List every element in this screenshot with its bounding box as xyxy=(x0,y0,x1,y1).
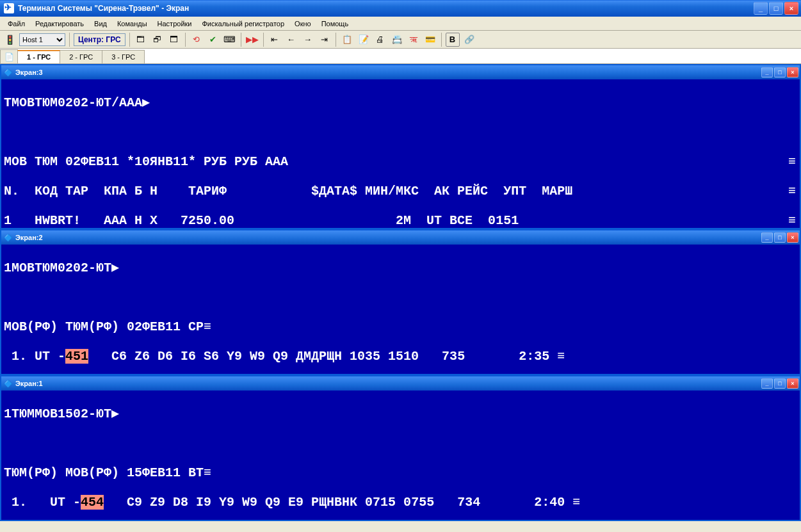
screen-1-minimize[interactable]: _ xyxy=(761,378,773,389)
screen-3-title: Экран:3 xyxy=(15,69,761,76)
screen-1-title: Экран:1 xyxy=(15,380,761,387)
toolbar-btn-3[interactable]: 🗖 xyxy=(167,33,181,47)
menu-bar: Файл Редактировать Вид Команды Настройки… xyxy=(0,17,801,31)
screen-1-panel: 🔷 Экран:1 _ □ × 1ТЮММОВ1502-ЮТ▶ ТЮМ(РФ) … xyxy=(0,375,801,521)
toolbar-btn-f[interactable]: 💳 xyxy=(423,33,437,47)
nav-last-button[interactable]: ⇥ xyxy=(318,33,332,47)
tab-2-grs[interactable]: 2 - ГРС xyxy=(60,50,102,63)
screen-3-minimize[interactable]: _ xyxy=(761,67,773,77)
toolbar-btn-5[interactable]: ✔ xyxy=(206,33,220,47)
window-title: Терминал Системы "Сирена-Трэвел" - Экран xyxy=(18,4,754,13)
flight-row: 1. UT - xyxy=(4,349,65,364)
screen-2-header: МОВ(РФ) ТЮМ(РФ) 02ФЕВ11 СР xyxy=(4,319,204,334)
tab-strip: 📄 1 - ГРС 2 - ГРС 3 - ГРС xyxy=(0,49,801,64)
flight-number-highlight: 454 xyxy=(81,495,104,510)
screen-2-panel: 🔷 Экран:2 _ □ × 1МОВТЮМ0202-ЮТ▶ МОВ(РФ) … xyxy=(0,229,801,375)
nav-next-button[interactable]: → xyxy=(301,33,315,47)
center-button[interactable]: Центр: ГРС xyxy=(74,33,125,46)
menu-commands[interactable]: Команды xyxy=(112,18,152,29)
more-icon: ≡ xyxy=(788,213,796,228)
nav-prev-button[interactable]: ← xyxy=(284,33,298,47)
toolbar-btn-g[interactable]: В xyxy=(446,33,460,47)
menu-settings[interactable]: Настройки xyxy=(152,18,197,29)
toolbar-btn-1[interactable]: 🗔 xyxy=(134,33,148,47)
screen-3-panel: 🔷 Экран:3 _ □ × ТМОВТЮМ0202-ЮТ/ААА▶ МОВ … xyxy=(0,64,801,229)
toolbar-btn-4[interactable]: ⟲ xyxy=(190,33,204,47)
tab-corner-icon[interactable]: 📄 xyxy=(0,49,18,63)
window-titlebar: Терминал Системы "Сирена-Трэвел" - Экран… xyxy=(0,0,801,17)
screen-1-terminal[interactable]: 1ТЮММОВ1502-ЮТ▶ ТЮМ(РФ) МОВ(РФ) 15ФЕВ11 … xyxy=(1,391,800,520)
toolbar-btn-e[interactable]: ऋ xyxy=(407,33,421,47)
screen-1-titlebar[interactable]: 🔷 Экран:1 _ □ × xyxy=(1,376,800,391)
screen-icon: 🔷 xyxy=(4,233,13,242)
more-icon: ≡ xyxy=(788,184,796,198)
app-icon xyxy=(4,3,14,13)
screen-3-titlebar[interactable]: 🔷 Экран:3 _ □ × xyxy=(1,65,800,79)
toolbar: 🚦 Host 1 Центр: ГРС 🗔 🗗 🗖 ⟲ ✔ ⌨ ▶▶ ⇤ ← →… xyxy=(0,31,801,49)
menu-view[interactable]: Вид xyxy=(89,18,112,29)
toolbar-btn-h[interactable]: 🔗 xyxy=(462,33,476,47)
screen-2-minimize[interactable]: _ xyxy=(761,232,773,243)
menu-file[interactable]: Файл xyxy=(3,18,30,29)
screen-3-maximize[interactable]: □ xyxy=(774,67,786,77)
screen-3-close[interactable]: × xyxy=(787,67,798,77)
more-icon: ≡ xyxy=(788,154,796,169)
cursor-icon: ▶ xyxy=(111,261,119,275)
toolbar-btn-6[interactable]: ⌨ xyxy=(223,33,237,47)
window-maximize-button[interactable]: □ xyxy=(769,2,783,15)
toolbar-btn-d[interactable]: 📇 xyxy=(390,33,404,47)
toolbar-btn-c[interactable]: 🖨 xyxy=(373,33,387,47)
window-minimize-button[interactable]: _ xyxy=(754,2,768,15)
menu-window[interactable]: Окно xyxy=(289,18,316,29)
toolbar-btn-2[interactable]: 🗗 xyxy=(150,33,165,47)
toolbar-btn-a[interactable]: 📋 xyxy=(340,33,354,47)
host-select[interactable]: Host 1 xyxy=(19,33,65,46)
screen-2-title: Экран:2 xyxy=(15,234,761,241)
window-close-button[interactable]: × xyxy=(784,2,798,15)
cursor-icon: ▶ xyxy=(111,407,119,421)
screen-1-close[interactable]: × xyxy=(787,378,798,389)
more-icon: ≡ xyxy=(557,349,565,364)
more-icon: ≡ xyxy=(204,319,211,334)
tab-3-grs[interactable]: 3 - ГРС xyxy=(102,50,145,63)
nav-first-button[interactable]: ⇤ xyxy=(268,33,282,47)
screen-3-terminal[interactable]: ТМОВТЮМ0202-ЮТ/ААА▶ МОВ ТЮМ 02ФЕВ11 *10Я… xyxy=(1,79,800,228)
cursor-icon: ▶ xyxy=(142,95,150,110)
menu-edit[interactable]: Редактировать xyxy=(30,18,89,29)
toolbar-btn-7[interactable]: ▶▶ xyxy=(245,33,259,47)
screen-3-header2: N. КОД ТАР КПА Б Н ТАРИФ $ДАТА$ МИН/МКС … xyxy=(4,184,572,198)
screen-1-header: ТЮМ(РФ) МОВ(РФ) 15ФЕВ11 ВТ xyxy=(4,465,204,480)
menu-fiscal[interactable]: Фискальный регистратор xyxy=(197,18,290,29)
screen-icon: 🔷 xyxy=(4,379,13,388)
more-icon: ≡ xyxy=(572,495,580,510)
screen-2-command: 1МОВТЮМ0202-ЮТ xyxy=(4,261,111,275)
connection-status-icon[interactable]: 🚦 xyxy=(3,33,17,47)
flight-number-highlight: 451 xyxy=(65,349,88,364)
screen-icon: 🔷 xyxy=(4,68,13,77)
toolbar-btn-b[interactable]: 📝 xyxy=(357,33,371,47)
screen-1-maximize[interactable]: □ xyxy=(774,378,786,389)
screen-2-maximize[interactable]: □ xyxy=(774,232,786,243)
screen-3-command: ТМОВТЮМ0202-ЮТ/ААА xyxy=(4,95,142,110)
screen-2-terminal[interactable]: 1МОВТЮМ0202-ЮТ▶ МОВ(РФ) ТЮМ(РФ) 02ФЕВ11 … xyxy=(1,245,800,374)
screen-2-titlebar[interactable]: 🔷 Экран:2 _ □ × xyxy=(1,230,800,245)
table-row: 1 HWBRT! ААА Н Х 7250.00 2М UT ВСЕ 0151 xyxy=(4,213,519,228)
screen-3-header1: МОВ ТЮМ 02ФЕВ11 *10ЯНВ11* РУБ РУБ ААА xyxy=(4,154,288,169)
flight-row: 1. UT - xyxy=(4,495,81,510)
tab-1-grs[interactable]: 1 - ГРС xyxy=(17,50,60,63)
screen-2-close[interactable]: × xyxy=(787,232,798,243)
menu-help[interactable]: Помощь xyxy=(316,18,354,29)
more-icon: ≡ xyxy=(204,465,211,480)
screen-1-command: 1ТЮММОВ1502-ЮТ xyxy=(4,407,111,421)
